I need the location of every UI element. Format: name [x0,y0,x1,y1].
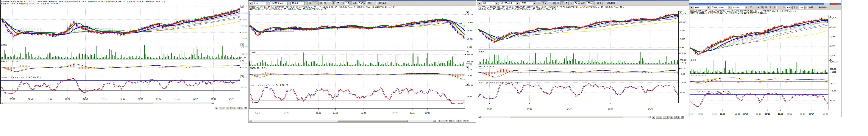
section-collapse-button[interactable]: ◢ [829,15,832,17]
scroll-left-button[interactable]: ◄ [249,120,252,122]
scroll-right-button[interactable]: ► [433,120,436,122]
chevron-down-icon[interactable]: ▼ [287,2,290,5]
multi-symbol-button[interactable]: 複数銘柄 [817,6,829,9]
horizontal-scrollbar[interactable]: ◄► [1,102,214,104]
section-collapse-button[interactable]: ◢ [679,81,682,83]
chevron-down-icon[interactable]: ▼ [266,2,269,5]
section-collapse-button[interactable]: ◢ [466,66,469,69]
spinner-arrows-icon[interactable]: ▲▼ [790,6,793,9]
chart-tool-button-0[interactable]: ▣ [215,107,218,109]
period-button-4[interactable]: T [565,1,568,5]
section-collapse-button[interactable]: ◢ [829,74,832,76]
period-button-1[interactable]: 週 [323,1,327,5]
chevron-down-icon[interactable]: ▼ [516,2,519,5]
spinner-arrows-icon[interactable]: ▲▼ [578,2,580,5]
chevron-down-icon[interactable]: ▼ [707,6,710,9]
bar-count-spinner[interactable]: 500▲▼ [586,1,594,5]
scrollbar-thumb[interactable] [337,120,408,122]
window-titlebar[interactable] [249,0,476,1]
spinner-arrows-icon[interactable]: ▲▼ [804,6,807,9]
window-titlebar[interactable] [689,3,841,5]
instrument-category-select[interactable]: 先物▼ [253,1,270,5]
contract-month-select[interactable]: 12/06▼ [732,6,748,9]
multi-symbol-button[interactable]: 複数銘柄 [605,1,617,5]
scroll-right-button[interactable]: ► [648,116,650,118]
scroll-right-button[interactable]: ► [211,103,214,104]
period-button-0[interactable]: 日 [760,6,764,9]
section-collapse-button[interactable]: ◢ [241,43,244,46]
symbol-select[interactable]: 日経225mini▼ [499,1,519,5]
horizontal-scrollbar[interactable]: ◄► [478,116,651,118]
bar-multiple-spinner[interactable]: 1▲▼ [312,1,318,5]
scrollbar-thumb[interactable] [509,116,623,118]
period-button-1[interactable]: 週 [552,1,556,5]
contract-month-select[interactable]: 12/06▼ [520,1,536,5]
chart-tool-button-1[interactable]: + [656,116,659,119]
chart-tool-button-5[interactable]: L [233,107,236,109]
spinner-arrows-icon[interactable]: ▲▼ [592,2,594,5]
chart-plot-area[interactable] [478,11,679,104]
chevron-down-icon[interactable]: ▼ [690,6,693,9]
spinner-arrows-icon[interactable]: ▲▼ [757,6,759,9]
instrument-category-select[interactable]: 先物▼ [694,6,710,9]
symbol-select[interactable]: 日経225mini▼ [270,1,290,5]
instrument-category-select[interactable]: 先物▼ [482,1,498,5]
period-button-2[interactable]: 月 [769,6,772,9]
minutes-spinner[interactable]: 15▲▼ [345,1,352,5]
period-button-0[interactable]: 日 [548,1,551,5]
chart-tool-button-3[interactable]: □ [448,120,452,122]
chart-tool-button-5[interactable]: L [456,120,459,122]
chart-tool-button-5[interactable]: L [670,116,673,119]
apply-button[interactable]: 適用 [595,1,602,5]
chart-tool-button-6[interactable]: R [673,116,677,119]
chart-tool-button-8[interactable]: M [680,116,684,119]
chevron-down-icon[interactable]: ▼ [533,2,536,5]
chart-tool-button-4[interactable]: D [452,120,455,122]
period-button-3[interactable]: 分 [332,1,336,5]
bar-multiple-spinner[interactable]: 1▲▼ [753,6,760,9]
chart-plot-area[interactable] [249,11,465,110]
period-button-2[interactable]: 月 [328,1,331,5]
section-collapse-button[interactable]: ◢ [829,58,832,60]
section-collapse-button[interactable]: ◢ [679,50,682,52]
spinner-arrows-icon[interactable]: ▲▼ [349,2,351,5]
period-button-3[interactable]: 分 [560,1,564,5]
chart-tool-button-4[interactable]: D [229,107,232,109]
chart-tool-button-1[interactable]: + [441,120,444,122]
chart-tool-button-6[interactable]: R [459,120,462,122]
chart-tool-button-8[interactable]: M [244,107,247,109]
chevron-down-icon[interactable]: ▼ [745,6,748,9]
period-button-2[interactable]: 月 [556,1,560,5]
chart-tool-button-7[interactable]: O [240,107,243,109]
period-button-1[interactable]: 週 [764,6,768,9]
section-collapse-button[interactable]: ◢ [466,83,469,86]
chart-tool-button-2[interactable]: # [222,107,225,109]
contract-month-select[interactable]: 12/06▼ [291,1,308,5]
chart-tool-button-7[interactable]: O [677,116,680,119]
section-collapse-button[interactable]: ◢ [466,11,469,14]
chart-plot-area[interactable] [690,15,829,111]
spinner-arrows-icon[interactable]: ▲▼ [316,2,318,5]
chevron-down-icon[interactable]: ▼ [304,2,307,5]
minimize-button[interactable] [824,3,830,5]
chevron-down-icon[interactable]: ▼ [495,2,498,5]
window-titlebar[interactable] [477,0,689,1]
chart-tool-button-2[interactable]: # [445,120,448,122]
multi-symbol-button[interactable]: 複数銘柄 [376,1,388,5]
spinner-arrows-icon[interactable]: ▲▼ [545,2,547,5]
section-collapse-button[interactable]: ◢ [241,5,244,8]
section-collapse-button[interactable]: ◢ [241,76,244,78]
period-button-0[interactable]: 日 [319,1,323,5]
chart-tool-button-7[interactable]: O [463,120,466,122]
minutes-spinner[interactable]: 60▲▼ [786,6,793,9]
chart-tool-button-2[interactable]: # [659,116,662,119]
scroll-left-button[interactable]: ◄ [1,103,3,104]
chevron-down-icon[interactable]: ▼ [478,1,481,5]
section-collapse-button[interactable]: ◢ [679,65,682,67]
section-collapse-button[interactable]: ◢ [679,11,682,14]
spinner-arrows-icon[interactable]: ▲▼ [364,2,366,5]
chart-plot-area[interactable] [1,5,240,99]
section-collapse-button[interactable]: ◢ [466,51,469,53]
chart-tool-button-4[interactable]: D [666,116,670,119]
section-collapse-button[interactable]: ◢ [241,60,244,62]
